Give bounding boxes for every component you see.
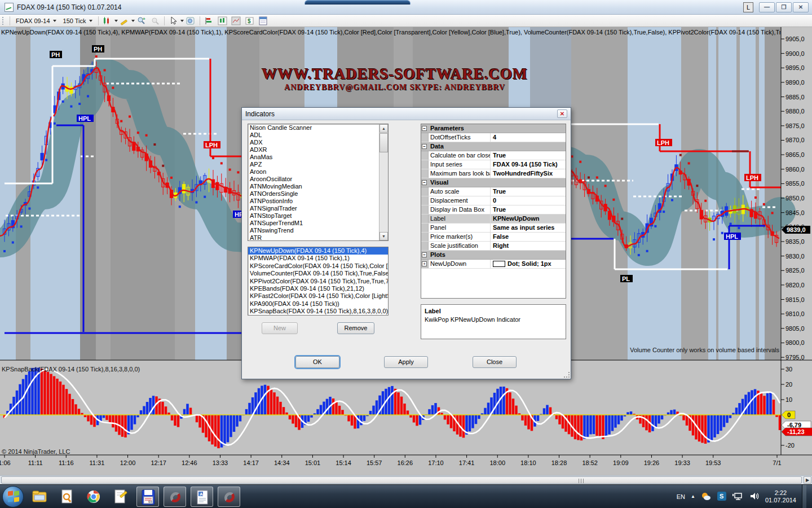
collapse-icon[interactable]: − (422, 252, 427, 257)
configured-indicator-item[interactable]: KPFast2Color(FDAX 09-14 (150 Tick),Color… (248, 292, 388, 300)
available-indicator-item[interactable]: ATNSuperTrendM1 (248, 220, 388, 227)
configured-indicator-item[interactable]: KPPivot2Color(FDAX 09-14 (150 Tick),True… (248, 278, 388, 285)
property-row[interactable]: +NewUpDownDot; Solid; 1px (421, 260, 566, 269)
available-indicator-item[interactable]: ATR (248, 234, 388, 241)
chevron-down-icon[interactable] (114, 20, 118, 22)
configured-indicator-item[interactable]: KPNewUpDown(FDAX 09-14 (150 Tick),4) (248, 247, 388, 255)
instrument-link-button[interactable]: L (743, 2, 753, 12)
plot-color-swatch[interactable] (493, 261, 505, 267)
collapse-icon[interactable]: − (422, 126, 427, 131)
property-category[interactable]: −Plots (421, 251, 566, 260)
remove-button[interactable]: Remove (337, 322, 374, 334)
available-indicator-item[interactable]: ATNStopTarget (248, 212, 388, 220)
hscroll-thumb[interactable] (1, 476, 802, 484)
property-row[interactable]: LabelKPNewUpDown (421, 214, 566, 224)
window-titlebar[interactable]: FDAX 09-14 (150 Tick) 01.07.2014 L — ❐ ✕ (0, 0, 812, 15)
restore-button[interactable]: ❐ (776, 2, 792, 12)
interval-selector[interactable]: 150 Tick (60, 16, 96, 26)
zoom-in-icon[interactable]: + (136, 16, 147, 26)
dialog-close-icon[interactable]: ✕ (557, 110, 567, 118)
properties-icon[interactable] (258, 16, 269, 26)
indicators-dialog[interactable]: Indicators ✕ Nison Candle ScannerADLADXA… (241, 107, 571, 379)
line-chart-icon[interactable] (231, 16, 242, 26)
configured-indicator-item[interactable]: VolumeCounter(FDAX 09-14 (150 Tick),True… (248, 270, 388, 277)
available-indicator-item[interactable]: ADL (248, 132, 388, 139)
clock[interactable]: 2:22 01.07.2014 (765, 489, 796, 504)
start-button[interactable] (2, 486, 24, 507)
property-row[interactable]: Displacement0 (421, 196, 566, 205)
scrollbar[interactable]: ▲ ▼ (379, 124, 388, 240)
available-indicator-item[interactable]: Aroon (248, 168, 388, 176)
ninjatrader-icon[interactable] (164, 487, 186, 507)
candles-panel-icon[interactable] (217, 16, 228, 26)
property-row[interactable]: Auto scaleTrue (421, 187, 566, 196)
new-button[interactable]: New (262, 322, 298, 334)
chart-hscrollbar[interactable]: ▶ (0, 475, 812, 484)
network-icon[interactable] (732, 492, 744, 502)
data-box-icon[interactable] (185, 16, 196, 26)
apply-button[interactable]: Apply (384, 356, 428, 368)
configured-indicators-list[interactable]: KPNewUpDown(FDAX 09-14 (150 Tick),4)KPMW… (248, 247, 389, 316)
available-indicator-item[interactable]: ATNSignalTrader (248, 205, 388, 212)
collapse-icon[interactable]: − (422, 180, 427, 185)
chart-style-icon[interactable] (102, 16, 113, 26)
property-category[interactable]: −Parameters (421, 124, 566, 133)
scroll-up-icon[interactable]: ▲ (379, 124, 388, 133)
bars-icon[interactable] (204, 16, 215, 26)
chevron-down-icon[interactable] (131, 20, 135, 22)
available-indicator-item[interactable]: ATNOrdersSingle (248, 190, 388, 198)
configured-indicator-item[interactable]: KPScoreCardColor(FDAX 09-14 (150 Tick),C… (248, 262, 388, 270)
expand-icon[interactable]: + (422, 261, 427, 266)
background-window-tab[interactable] (304, 0, 411, 5)
property-row[interactable]: Maximum bars look backTwoHundredFiftySix (421, 169, 566, 178)
scroll-thumb[interactable] (379, 133, 388, 152)
document-a-icon[interactable]: A (191, 487, 213, 507)
available-indicator-item[interactable]: ADXR (248, 146, 388, 154)
skype-icon[interactable]: S (717, 492, 727, 502)
property-category[interactable]: −Visual (421, 178, 566, 187)
drawing-pencil-icon[interactable] (119, 16, 130, 26)
scroll-down-icon[interactable]: ▼ (379, 232, 388, 240)
language-indicator[interactable]: EN (677, 493, 685, 500)
property-row[interactable]: Display in Data BoxTrue (421, 205, 566, 214)
close-button[interactable]: Close (473, 356, 517, 368)
available-indicator-item[interactable]: AnaMas (248, 154, 388, 161)
collapse-icon[interactable]: − (422, 144, 427, 149)
weather-icon[interactable] (701, 492, 711, 502)
available-indicator-item[interactable]: AroonOscillator (248, 176, 388, 183)
explorer-icon[interactable] (28, 487, 51, 507)
available-indicator-item[interactable]: Nison Candle Scanner (248, 124, 388, 132)
property-row[interactable]: Calculate on bar closeTrue (421, 151, 566, 160)
search-doc-icon[interactable] (55, 487, 78, 507)
configured-indicator-item[interactable]: KPMWAP(FDAX 09-14 (150 Tick),1) (248, 255, 388, 262)
chevron-down-icon[interactable] (180, 20, 184, 22)
property-row[interactable]: DotOffsetTicks4 (421, 133, 566, 142)
dialog-titlebar[interactable]: Indicators ✕ (242, 108, 571, 120)
available-indicator-item[interactable]: APZ (248, 161, 388, 168)
volume-icon[interactable] (749, 492, 760, 502)
available-indicator-item[interactable]: ADX (248, 139, 388, 146)
property-row[interactable]: Scale justificationRight (421, 242, 566, 251)
available-indicator-item[interactable]: ATNPostionInfo (248, 198, 388, 205)
instrument-selector[interactable]: FDAX 09-14 (12, 16, 60, 26)
property-row[interactable]: Input seriesFDAX 09-14 (150 Tick) (421, 160, 566, 169)
show-desktop-button[interactable] (802, 485, 806, 508)
tray-expand-icon[interactable]: ▲ (691, 494, 695, 499)
ninjatrader2-icon[interactable] (218, 487, 240, 507)
notepad-icon[interactable] (109, 487, 132, 507)
hscroll-right-icon[interactable]: ▶ (804, 476, 811, 484)
resize-grip[interactable] (564, 372, 570, 378)
configured-indicator-item[interactable]: KPA900(FDAX 09-14 (150 Tick)) (248, 300, 388, 308)
toolbar-grip[interactable] (2, 17, 5, 25)
property-grid[interactable]: −ParametersDotOffsetTicks4−DataCalculate… (421, 124, 566, 299)
chrome-icon[interactable] (82, 487, 105, 507)
floppy-64-icon[interactable]: 64 (136, 487, 159, 507)
property-row[interactable]: Price marker(s)False (421, 233, 566, 242)
minimize-button[interactable]: — (759, 2, 775, 12)
property-row[interactable]: PanelSame as input series (421, 224, 566, 233)
configured-indicator-item[interactable]: KPSnapBack(FDAX 09-14 (150 Tick),8,16,3,… (248, 308, 388, 315)
cursor-icon[interactable] (168, 16, 179, 26)
dollar-icon[interactable]: $ (244, 16, 255, 26)
configured-indicator-item[interactable]: KPEBands(FDAX 09-14 (150 Tick),21,12) (248, 285, 388, 292)
available-indicator-item[interactable]: ATNswingTrend (248, 227, 388, 234)
